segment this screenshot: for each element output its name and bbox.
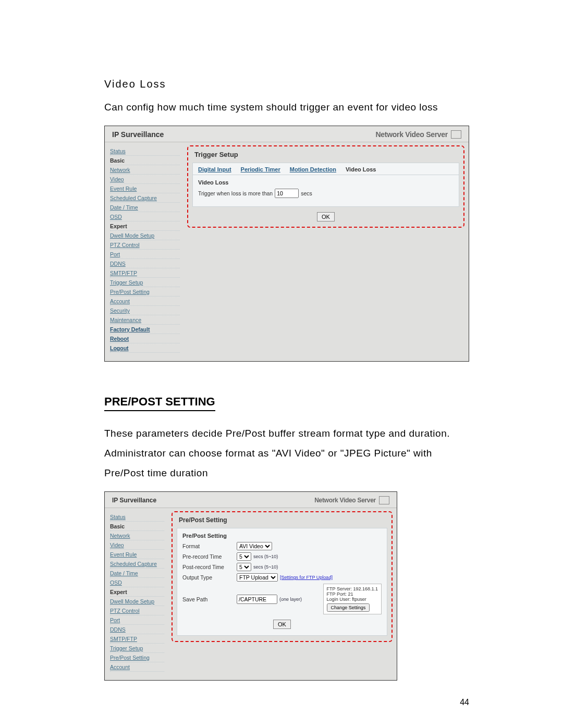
tab-video-loss[interactable]: Video Loss [346, 166, 376, 172]
screenshot-trigger-setup: IP Surveillance Network Video Server Sta… [104, 126, 469, 362]
post-record-label: Post-record Time [182, 564, 235, 570]
save-path-input[interactable] [237, 595, 277, 604]
sidebar-item[interactable]: Pre/Post Setting [110, 287, 180, 297]
sidebar-item[interactable]: Dwell Mode Setup [110, 231, 180, 240]
sidebar-item[interactable]: PTZ Control [110, 240, 180, 250]
sidebar-item[interactable]: Scheduled Capture [110, 193, 180, 203]
camera-icon [451, 130, 461, 139]
sidebar-item[interactable]: Network [110, 531, 164, 540]
sidebar-item-status[interactable]: Status [110, 146, 180, 156]
save-path-label: Save Path [182, 596, 235, 602]
sidebar-item[interactable]: Video [110, 540, 164, 550]
sidebar-item[interactable]: Trigger Setup [110, 278, 180, 287]
sidebar-item-factory-default[interactable]: Factory Default [110, 325, 180, 334]
output-type-select[interactable]: FTP Upload [237, 573, 278, 582]
section-prepost-text: These parameters decide Pre/Post buffer … [104, 424, 469, 483]
subheading-video-loss: Video Loss [198, 179, 454, 186]
sidebar-item-status[interactable]: Status [110, 512, 164, 522]
sidebar-item[interactable]: Event Rule [110, 550, 164, 559]
ftp-user-line: Login User: ftpuser [327, 597, 378, 602]
format-select[interactable]: AVI Video [237, 542, 272, 550]
change-settings-button[interactable]: Change Settings [327, 603, 370, 612]
sidebar: Status Basic Network Video Event Rule Sc… [105, 142, 183, 361]
post-record-select[interactable]: 5 [237, 563, 251, 571]
sidebar-item[interactable]: Scheduled Capture [110, 559, 164, 569]
sidebar-item[interactable]: Date / Time [110, 569, 164, 578]
sidebar-item[interactable]: Pre/Post Setting [110, 653, 164, 662]
section-prepost-heading: PRE/POST SETTING [104, 395, 215, 411]
sidebar-item[interactable]: Event Rule [110, 184, 180, 193]
sidebar-item[interactable]: Port [110, 615, 164, 625]
sidebar-item[interactable]: Account [110, 662, 164, 672]
section-video-loss-text: Can config how much time system should t… [104, 97, 469, 117]
sidebar-header-basic: Basic [110, 156, 180, 165]
sidebar: Status Basic Network Video Event Rule Sc… [105, 508, 167, 680]
ftp-settings-popup: FTP Server: 192.168.1.1 FTP Port: 21 Log… [323, 584, 382, 614]
sidebar-header-basic: Basic [110, 522, 164, 531]
tab-bar: Digital Input Periodic Timer Motion Dete… [192, 163, 459, 175]
sidebar-item-reboot[interactable]: Reboot [110, 334, 180, 343]
panel-title: Pre/Post Setting [179, 516, 387, 524]
sidebar-item[interactable]: DDNS [110, 259, 180, 268]
brand-label: Network Video Server [314, 497, 376, 504]
sidebar-item-logout[interactable]: Logout [110, 343, 180, 353]
sidebar-item[interactable]: Network [110, 165, 180, 175]
app-title: IP Surveillance [112, 130, 164, 139]
output-settings-link[interactable]: [Settings for FTP Upload] [280, 575, 333, 580]
save-path-hint: (one layer) [279, 597, 302, 602]
tab-motion-detection[interactable]: Motion Detection [290, 166, 336, 172]
screenshot-prepost-setting: IP Surveillance Network Video Server Sta… [104, 491, 397, 681]
panel-title: Trigger Setup [194, 151, 459, 158]
trigger-label-pre: Trigger when loss is more than [198, 190, 273, 196]
trigger-seconds-input[interactable] [275, 189, 299, 198]
page-number: 44 [460, 698, 469, 707]
sidebar-item[interactable]: Trigger Setup [110, 644, 164, 653]
camera-icon [379, 496, 389, 504]
pre-record-select[interactable]: 5 [237, 552, 251, 561]
sidebar-item[interactable]: OSD [110, 212, 180, 221]
ftp-port-line: FTP Port: 21 [327, 591, 378, 597]
tab-digital-input[interactable]: Digital Input [198, 166, 231, 172]
tab-periodic-timer[interactable]: Periodic Timer [241, 166, 280, 172]
sidebar-item[interactable]: Maintenance [110, 315, 180, 325]
sidebar-item[interactable]: DDNS [110, 625, 164, 634]
sidebar-item[interactable]: Account [110, 297, 180, 306]
subheading-prepost: Pre/Post Setting [182, 533, 382, 539]
post-record-hint: secs (5~10) [253, 564, 278, 570]
sidebar-item[interactable]: Date / Time [110, 203, 180, 212]
section-video-loss-label: Video Loss [104, 78, 469, 90]
highlight-box: Trigger Setup Digital Input Periodic Tim… [187, 145, 464, 228]
ftp-server-line: FTP Server: 192.168.1.1 [327, 586, 378, 591]
sidebar-item[interactable]: Video [110, 175, 180, 184]
trigger-label-post: secs [301, 190, 312, 196]
pre-record-hint: secs (5~10) [253, 554, 278, 559]
sidebar-header-expert: Expert [110, 221, 180, 231]
sidebar-header-expert: Expert [110, 587, 164, 597]
app-title: IP Surveillance [112, 497, 156, 504]
sidebar-item[interactable]: Dwell Mode Setup [110, 597, 164, 606]
format-label: Format [182, 543, 235, 549]
pre-record-label: Pre-record Time [182, 553, 235, 560]
highlight-box: Pre/Post Setting Pre/Post Setting Format… [172, 511, 393, 642]
sidebar-item[interactable]: SMTP/FTP [110, 268, 180, 278]
sidebar-item[interactable]: OSD [110, 578, 164, 587]
sidebar-item[interactable]: Security [110, 306, 180, 315]
ok-button[interactable]: OK [317, 212, 335, 221]
sidebar-item[interactable]: SMTP/FTP [110, 634, 164, 644]
brand-label: Network Video Server [376, 130, 448, 139]
sidebar-item[interactable]: Port [110, 250, 180, 259]
sidebar-item[interactable]: PTZ Control [110, 606, 164, 615]
output-type-label: Output Type [182, 574, 235, 581]
ok-button[interactable]: OK [273, 620, 291, 629]
